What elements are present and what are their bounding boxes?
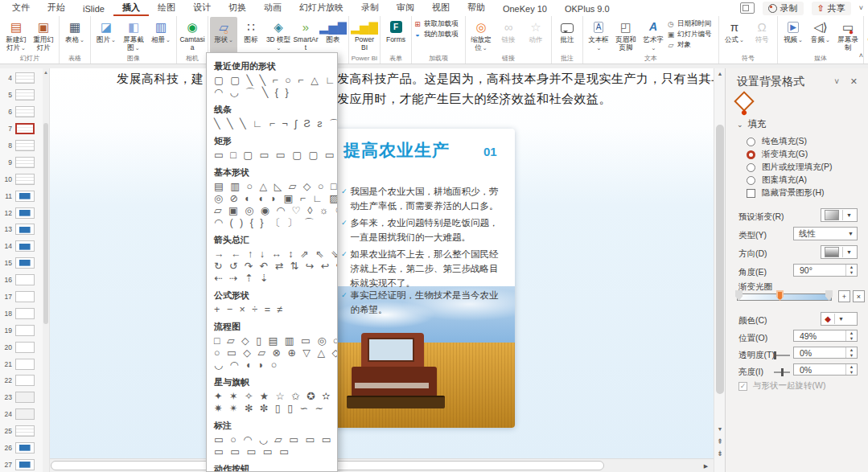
slide-thumbnail-13[interactable]: 13: [0, 221, 43, 238]
fill-section-header[interactable]: ⌄填充: [737, 118, 767, 130]
bullet-item[interactable]: ✓如果农业搞不上去，那么整个国民经济就上不去，第二步、第三步战略目标就实现不了。: [341, 248, 508, 290]
shapes-row-stars-banners[interactable]: ✷ ✴ ✻ ✼ ▯ ▯ ∽ ∼: [214, 403, 337, 414]
shapes-row-flowchart[interactable]: ◡ ◠ ◖ ◗ ○: [214, 359, 337, 371]
my-add-ins-button[interactable]: ◒我的加载项: [413, 29, 463, 39]
ribbon-collapse-button[interactable]: ˄: [859, 51, 863, 60]
fill-option-solid-fill[interactable]: 纯色填充(S): [747, 136, 807, 147]
screen-recording-button[interactable]: ▭●屏幕录制: [834, 17, 862, 54]
checkbox-hide-background-icon[interactable]: [747, 189, 755, 198]
shapes-row-stars-banners[interactable]: ✦ ✶ ✧ ★ ☆ ✩ ✪ ✫ ✹ ✺ ✵ ✸: [214, 391, 337, 402]
gradient-type-select[interactable]: 线性 ▼: [793, 227, 858, 240]
slide-thumbnail-24[interactable]: 24: [0, 406, 43, 423]
tab-animations[interactable]: 动画: [255, 0, 290, 16]
record-button[interactable]: 录制: [763, 2, 804, 15]
slide-thumbnail-22[interactable]: 22: [0, 372, 43, 389]
slide-canvas[interactable]: 发展高科技，建 发高科技产品。这是因为，高科技本身并不是现实生产力，只有当其与 …: [50, 68, 714, 458]
scroll-down-icon[interactable]: ▼: [714, 424, 726, 434]
transparency-mini-slider[interactable]: [774, 355, 790, 356]
smartart-button[interactable]: »SmartArt: [292, 17, 319, 54]
equation-button[interactable]: π公式⌄: [721, 17, 748, 54]
slide-thumbnail-20[interactable]: 20: [0, 339, 43, 355]
shapes-button[interactable]: ▱○形状⌄: [210, 17, 237, 54]
link-button[interactable]: ∞链接: [495, 17, 522, 54]
shapes-row-equation-shapes[interactable]: + − × ÷ = ≠: [214, 304, 337, 315]
slide-thumbnail-12[interactable]: 12: [0, 204, 43, 221]
pictures-button[interactable]: ◪图片⌄: [93, 17, 120, 54]
video-button[interactable]: ▶视频⌄: [780, 17, 807, 54]
shapes-row-flowchart[interactable]: ○ ▭ ◇ ▱ ⊗ ⊕ ▽ △ ◇ ▽ ◠ ◡: [214, 347, 337, 359]
slide-thumbnail-25[interactable]: 25: [0, 423, 43, 440]
zoom-link-button[interactable]: ◎缩放定位⌄: [467, 17, 495, 54]
object-button[interactable]: ▱对象: [667, 39, 717, 50]
tab-slideshow[interactable]: 幻灯片放映: [290, 0, 352, 16]
slide-thumbnail-21[interactable]: 21: [0, 355, 43, 372]
slide-thumbnail-4[interactable]: 4: [0, 70, 43, 87]
shapes-row-basic-shapes[interactable]: ▱ ▣ ◎ ◉ ◠ ♡ ◊ ☼ ☾ ◔ ⌂ ◶: [214, 205, 337, 216]
date-time-button[interactable]: ◷日期和时间: [667, 18, 717, 29]
tab-transitions[interactable]: 切换: [220, 0, 255, 16]
shapes-row-block-arrows[interactable]: ⇠ ⇢ ⇡ ⇣: [214, 273, 337, 284]
shapes-row-callouts[interactable]: ▭ ○ ◠ ◡ ▱ ▭ ▭ ▭ ▭ ▭ ▭ ▭: [214, 434, 337, 445]
bullet-item[interactable]: ✓我国是个农业大国，耕地面积少，劳动生产率低，而需要养活的人口多。: [341, 185, 508, 214]
canvas-horizontal-scrollbar[interactable]: ▶: [50, 458, 714, 472]
position-spinner[interactable]: 49% ▲▼: [793, 330, 858, 342]
thumbnail-scroll-up-icon[interactable]: ▲: [43, 68, 49, 77]
slide-thumbnail-11[interactable]: 11: [0, 187, 43, 204]
radio-picture-fill-icon[interactable]: [747, 163, 755, 172]
slide-thumbnail-17[interactable]: 17: [0, 289, 43, 306]
next-slide-button[interactable]: ⇟: [714, 449, 726, 459]
radio-solid-fill-icon[interactable]: [747, 137, 755, 146]
slide-thumbnail-9[interactable]: 9: [0, 154, 43, 170]
shapes-row-basic-shapes[interactable]: ◎ ⊘ ◐ ◖ ◗ ▣ ⌐ ∟ ▨ ◫ ○ ◻: [214, 193, 337, 204]
thumbnail-scrollbar-thumb[interactable]: [43, 123, 48, 324]
shapes-row-basic-shapes[interactable]: ◠ ( ) { } 〔 〕 ⌒: [214, 217, 337, 228]
camtasia-button[interactable]: ◉Camtasia: [179, 17, 206, 54]
previous-slide-button[interactable]: ⇞: [714, 437, 726, 447]
tab-home[interactable]: 开始: [39, 0, 74, 16]
brightness-spinner[interactable]: 0% ▲▼: [793, 363, 858, 376]
direction-dropdown[interactable]: ▼: [821, 245, 858, 259]
paint-bucket-icon[interactable]: [734, 91, 754, 111]
slide-thumbnail-7[interactable]: 7: [0, 121, 43, 137]
audio-button[interactable]: ◁⟩音频⌄: [807, 17, 834, 54]
share-button[interactable]: ⇧ 共享: [812, 2, 851, 15]
canvas-vertical-scrollbar[interactable]: ▲ ▼ ⇞ ⇟: [714, 68, 725, 472]
shapes-row-recent[interactable]: ◠ ◡ ⌒ ╲ { }: [214, 87, 337, 98]
slide-thumbnail-27[interactable]: 27: [0, 456, 43, 472]
shapes-row-lines[interactable]: ╲ ╲ ╲ ∟ ⌐ ¬ ʃ Ƨ ƨ ⌒ ∿: [214, 118, 337, 129]
thumbnail-scrollbar[interactable]: ▲: [43, 68, 50, 472]
slide-thumbnail-5[interactable]: 5: [0, 87, 43, 104]
ribbon-display-options-icon[interactable]: [740, 2, 755, 14]
tab-record[interactable]: 录制: [352, 0, 388, 16]
slide-thumbnail-23[interactable]: 23: [0, 389, 43, 406]
add-gradient-stop-button[interactable]: +: [838, 290, 850, 302]
card-number[interactable]: 01: [483, 145, 497, 158]
fill-option-picture-fill[interactable]: 图片或纹理填充(P): [747, 162, 833, 173]
shapes-row-recent[interactable]: ▢ ▢ ╲ ╲ ⌐ ○ ⌐ △ ∟ ▭ ▷ ◡: [214, 75, 337, 86]
slide-paragraph-left[interactable]: 发展高科技，建: [117, 72, 204, 87]
forms-button[interactable]: FForms: [382, 17, 409, 54]
slide-thumbnail-14[interactable]: 14: [0, 238, 43, 255]
tab-onekey[interactable]: OneKey 10: [494, 2, 556, 16]
slide-thumbnail-10[interactable]: 10: [0, 170, 43, 187]
slide-thumbnail-16[interactable]: 16: [0, 272, 43, 289]
fill-option-gradient-fill[interactable]: 渐变填充(G): [747, 149, 808, 160]
slide-thumbnail-19[interactable]: 19: [0, 322, 43, 339]
stop-color-dropdown[interactable]: ◆ ▼: [821, 312, 858, 326]
comment-button[interactable]: 批注: [553, 17, 581, 54]
chart-button[interactable]: ▂▅▇图表: [319, 17, 347, 54]
card-title[interactable]: 提高农业生产: [343, 139, 450, 162]
icons-button[interactable]: ∷图标: [237, 17, 265, 54]
angle-spinner[interactable]: 90° ▲▼: [793, 264, 858, 277]
gradient-stops-slider[interactable]: [737, 293, 832, 301]
tab-insert[interactable]: 插入: [113, 0, 149, 16]
tab-view[interactable]: 视图: [423, 0, 459, 16]
tab-file[interactable]: 文件: [3, 0, 39, 16]
vertical-scrollbar-thumb[interactable]: [716, 125, 724, 394]
share-caret-icon[interactable]: ˅: [859, 4, 863, 12]
scroll-up-icon[interactable]: ▲: [714, 68, 726, 79]
rotate-checkbox[interactable]: ✓: [738, 382, 747, 391]
bullet-item[interactable]: ✓事实已经证明，生物技术是当今农业的希望。: [341, 289, 508, 318]
shapes-row-rectangles[interactable]: ▭ □ ▢ ▭ ▭ ▢ ▢ ▭ □: [214, 150, 337, 161]
slide-paragraph-right[interactable]: 发高科技产品。这是因为，高科技本身并不是现实生产力，只有当其与: [337, 72, 714, 87]
